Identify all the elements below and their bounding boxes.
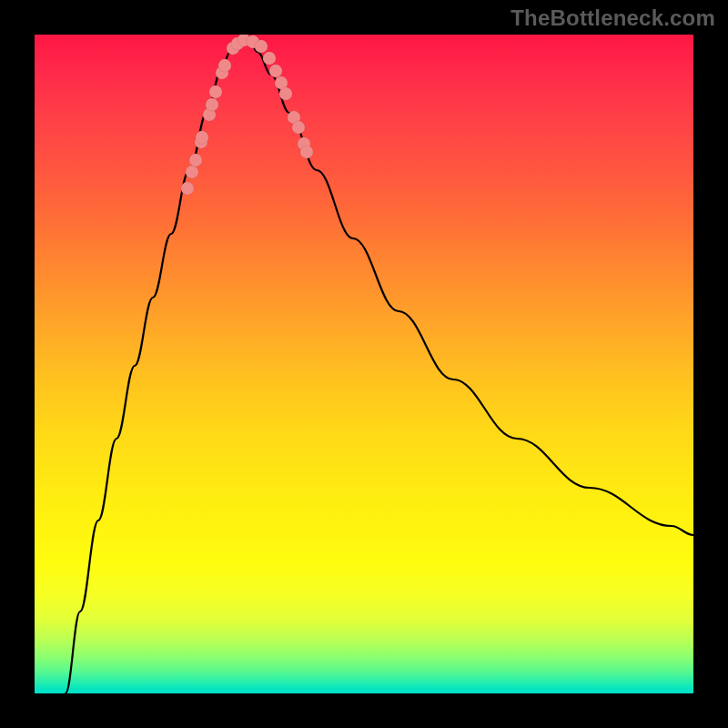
data-dot <box>206 98 218 111</box>
chart-frame: TheBottleneck.com <box>0 0 728 728</box>
data-dot <box>279 87 292 100</box>
data-dots-group <box>181 35 313 195</box>
curve-right-arm <box>248 38 693 535</box>
curve-svg <box>35 35 693 693</box>
data-dot <box>196 131 208 144</box>
curve-left-arm <box>66 38 239 693</box>
data-dot <box>189 154 202 167</box>
data-dot <box>255 40 268 53</box>
plot-area <box>35 35 693 693</box>
data-dot <box>186 166 198 178</box>
data-dot <box>218 59 231 72</box>
data-dot <box>292 121 305 134</box>
data-dot <box>263 52 276 65</box>
data-dot <box>181 182 194 195</box>
watermark-text: TheBottleneck.com <box>511 5 715 31</box>
data-dot <box>269 65 282 77</box>
data-dot <box>300 146 313 158</box>
data-dot <box>209 86 222 98</box>
